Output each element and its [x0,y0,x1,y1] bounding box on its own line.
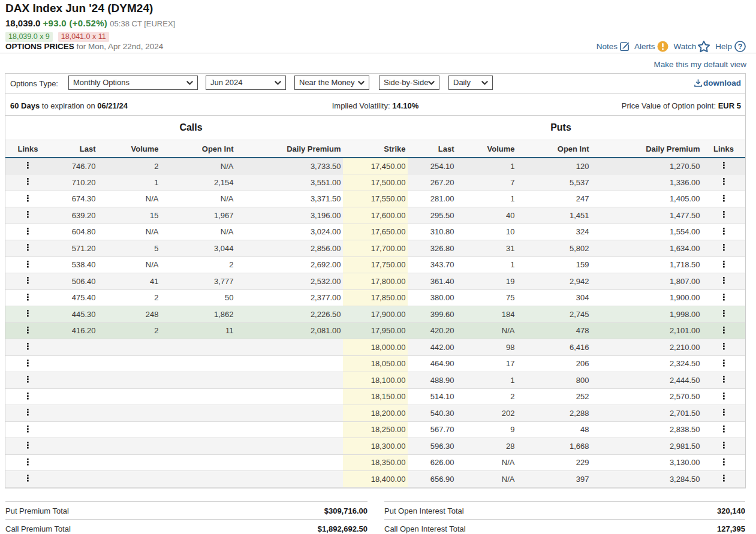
svg-text:?: ? [738,43,743,51]
